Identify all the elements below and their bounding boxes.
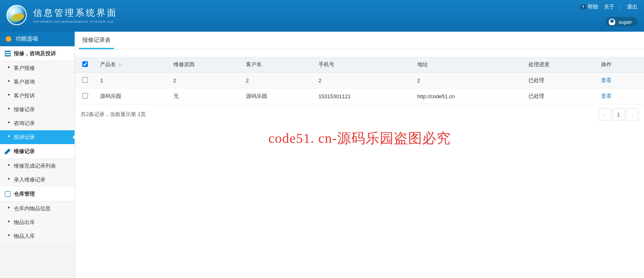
logout-link[interactable]: 退出: [627, 3, 638, 11]
row-checkbox-cell: [75, 88, 95, 104]
cell-address: http://code51.cn: [413, 88, 524, 104]
sidebar-main-header-label: 功能选项: [15, 35, 38, 43]
row-checkbox[interactable]: [82, 93, 88, 99]
select-all-checkbox[interactable]: [82, 61, 88, 67]
col-product[interactable]: 产品名 ◇: [95, 57, 169, 73]
user-badge[interactable]: super: [605, 17, 638, 27]
tab-repair-records[interactable]: 报修记录表: [79, 32, 114, 49]
cell-action: 查看: [596, 88, 644, 104]
records-table: 产品名 ◇ 维修原因 客户名 手机号 地址 处理进度 操作 12222已处理查看…: [75, 57, 644, 104]
help-label: 帮助: [588, 3, 598, 11]
app-title: 信息管理系统界面: [33, 7, 118, 19]
app-subtitle: INFORMATION MANAGEMENT SYSTEM GUI: [33, 20, 118, 24]
help-icon: ?: [580, 4, 586, 10]
sidebar-item[interactable]: 客户投诉: [0, 89, 75, 103]
col-status[interactable]: 处理进度: [524, 57, 596, 73]
cell-address: 2: [413, 73, 524, 88]
cell-action: 查看: [596, 73, 644, 88]
table-footer: 共2条记录，当前显示第 1页 ‹ 1 ›: [75, 104, 644, 125]
page-prev-button[interactable]: ‹: [599, 108, 611, 121]
main-content: 报修记录表 产品名 ◇ 维修原因 客户名 手机号: [75, 32, 644, 278]
sidebar-group-header[interactable]: 仓库管理: [0, 187, 75, 202]
sidebar-group-label: 维修记录: [14, 148, 35, 155]
row-checkbox[interactable]: [82, 77, 88, 83]
sidebar-item[interactable]: 客户报修: [0, 61, 75, 75]
user-icon: [609, 19, 615, 25]
page-number-button[interactable]: 1: [612, 108, 625, 121]
logo-area: 信息管理系统界面 INFORMATION MANAGEMENT SYSTEM G…: [0, 0, 124, 30]
cell-phone: 15315301121: [314, 88, 413, 104]
app-header: 信息管理系统界面 INFORMATION MANAGEMENT SYSTEM G…: [0, 0, 644, 32]
chat-icon: [5, 191, 11, 197]
minus-circle-icon: −: [6, 36, 11, 42]
cell-customer: 2: [241, 73, 314, 88]
sidebar-group-header[interactable]: 维修记录: [0, 144, 75, 159]
row-checkbox-cell: [75, 73, 95, 88]
app-logo-icon: [6, 5, 27, 25]
cell-reason: 2: [169, 73, 241, 88]
edit-icon: [5, 149, 11, 154]
sidebar-item[interactable]: 物品出库: [0, 216, 75, 229]
sidebar-group-header[interactable]: 报修，咨询及投诉: [0, 46, 75, 61]
table-row: 源码乐园无源码乐园15315301121http://code51.cn已处理查…: [75, 88, 644, 104]
sidebar-group-label: 报修，咨询及投诉: [14, 50, 56, 57]
page-next-button[interactable]: ›: [626, 108, 638, 121]
col-action[interactable]: 操作: [596, 57, 644, 73]
tab-bar: 报修记录表: [75, 32, 644, 50]
cell-reason: 无: [169, 88, 241, 104]
view-link[interactable]: 查看: [601, 93, 612, 99]
sidebar: − 功能选项 报修，咨询及投诉客户报修客户咨询客户投诉报修记录咨询记录投诉记录维…: [0, 32, 75, 278]
help-link[interactable]: ? 帮助: [580, 3, 598, 11]
table-header-row: 产品名 ◇ 维修原因 客户名 手机号 地址 处理进度 操作: [75, 57, 644, 73]
sort-icon: ◇: [118, 62, 122, 67]
sidebar-item[interactable]: 录入维修记录: [0, 173, 75, 187]
list-icon: [5, 51, 11, 56]
sidebar-item[interactable]: 咨询记录: [0, 116, 75, 130]
cell-product: 1: [95, 73, 169, 88]
app-title-block: 信息管理系统界面 INFORMATION MANAGEMENT SYSTEM G…: [33, 7, 118, 24]
user-name: super: [618, 19, 632, 25]
col-address[interactable]: 地址: [413, 57, 524, 73]
cell-status: 已处理: [524, 88, 596, 104]
sidebar-item[interactable]: 维修完成记录列表: [0, 159, 75, 173]
pagination-summary: 共2条记录，当前显示第 1页: [81, 111, 146, 118]
sidebar-main-header[interactable]: − 功能选项: [0, 32, 75, 46]
cell-status: 已处理: [524, 73, 596, 88]
pagination: ‹ 1 ›: [599, 108, 638, 121]
header-right-links: ? 帮助 关于 | 退出: [580, 3, 638, 11]
header-separator: |: [620, 4, 621, 10]
sidebar-item[interactable]: 物品入库: [0, 229, 75, 243]
about-link[interactable]: 关于: [604, 3, 614, 11]
cell-customer: 源码乐园: [241, 88, 314, 104]
sidebar-item[interactable]: 仓库内物品信息: [0, 202, 75, 216]
sidebar-item[interactable]: 投诉记录: [0, 130, 75, 144]
watermark-text: code51. cn-源码乐园盗图必究: [75, 129, 644, 148]
sidebar-item[interactable]: 报修记录: [0, 103, 75, 116]
table-container: 产品名 ◇ 维修原因 客户名 手机号 地址 处理进度 操作 12222已处理查看…: [75, 50, 644, 125]
sidebar-group-label: 仓库管理: [14, 190, 35, 198]
col-customer[interactable]: 客户名: [241, 57, 314, 73]
col-reason[interactable]: 维修原因: [169, 57, 241, 73]
sidebar-item[interactable]: 客户咨询: [0, 75, 75, 89]
col-phone[interactable]: 手机号: [314, 57, 413, 73]
view-link[interactable]: 查看: [601, 77, 612, 83]
col-product-label: 产品名: [100, 61, 116, 67]
cell-product: 源码乐园: [95, 88, 169, 104]
col-checkbox-header[interactable]: [75, 57, 95, 73]
table-row: 12222已处理查看: [75, 73, 644, 88]
cell-phone: 2: [314, 73, 413, 88]
